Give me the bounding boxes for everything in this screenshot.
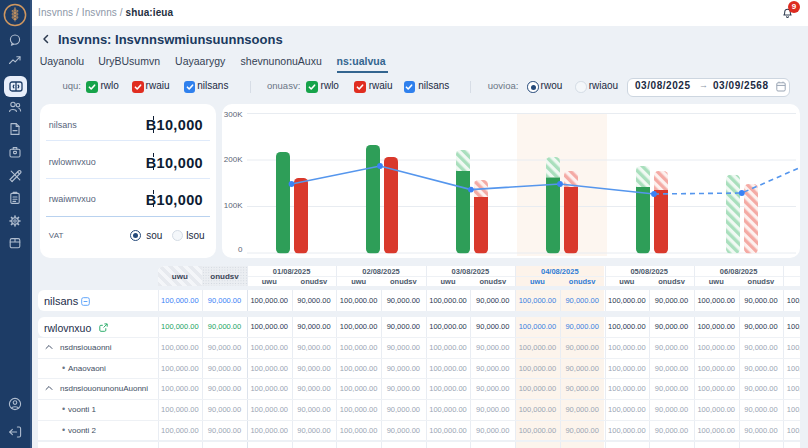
svg-text:300K: 300K	[224, 110, 243, 119]
svg-text:0: 0	[238, 245, 243, 254]
svg-text:200K: 200K	[224, 155, 243, 164]
svg-text:100K: 100K	[224, 201, 243, 210]
